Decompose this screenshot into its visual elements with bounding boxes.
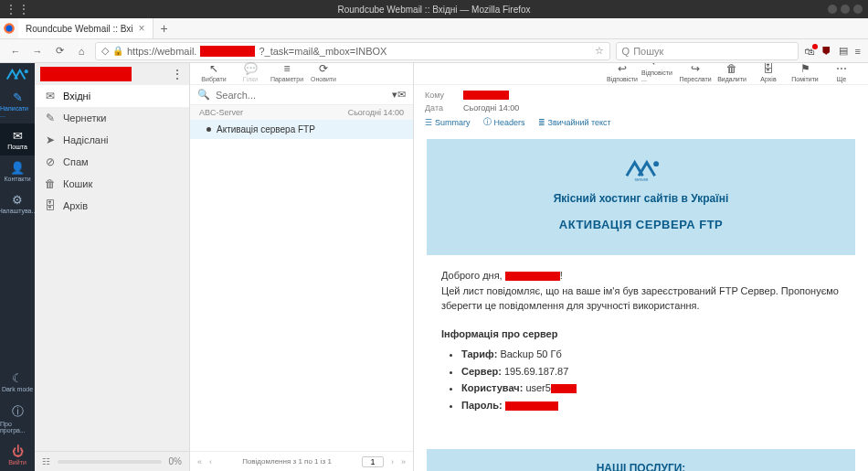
- forward-icon[interactable]: →: [29, 46, 46, 57]
- trash-icon: 🗑: [44, 177, 57, 190]
- close-icon[interactable]: ×: [139, 22, 145, 35]
- date-label: Дата: [425, 103, 452, 112]
- new-tab-button[interactable]: +: [153, 18, 175, 38]
- page-input[interactable]: [362, 456, 384, 467]
- folder-spam[interactable]: ⊘Спам: [35, 151, 189, 173]
- refresh-button[interactable]: ⟳Оновити: [307, 62, 340, 82]
- info-heading: Інформація про сервер: [441, 326, 841, 342]
- sliders-icon: ≡: [283, 62, 290, 75]
- url-suffix: ?_task=mail&_mbox=INBOX: [259, 46, 386, 57]
- window-controls[interactable]: [828, 5, 863, 14]
- message-item[interactable]: Активація сервера FTP: [190, 120, 413, 139]
- info-icon: ⓘ: [12, 403, 24, 420]
- sent-icon: ➤: [44, 134, 57, 146]
- cursor-icon: ↖: [209, 62, 218, 75]
- delete-button[interactable]: 🗑Видалити: [715, 63, 749, 82]
- svg-point-2: [25, 70, 28, 73]
- reply-icon: ↩: [618, 63, 627, 75]
- last-page-button[interactable]: »: [401, 457, 406, 466]
- info-server: Сервер: 195.69.187.87: [461, 364, 841, 380]
- shield-icon: ◇: [101, 45, 109, 57]
- next-page-button[interactable]: ›: [391, 457, 394, 466]
- folder-trash[interactable]: 🗑Кошик: [35, 173, 189, 195]
- options-button[interactable]: ≡Параметри: [270, 62, 303, 82]
- nav-about[interactable]: ⓘПро програ...: [0, 398, 35, 439]
- flag-icon: ⚑: [800, 63, 810, 75]
- archive-icon: 🗄: [763, 63, 774, 75]
- tab-title: Roundcube Webmail :: Вхі: [26, 24, 133, 34]
- summary-link[interactable]: ☰ Summary: [425, 116, 471, 128]
- extensions-icon[interactable]: ▤: [839, 45, 848, 57]
- date-value: Сьогодні 14:00: [463, 103, 519, 112]
- url-field[interactable]: ◇ 🔒 https://webmail. ?_task=mail&_mbox=I…: [95, 42, 610, 60]
- to-label: Кому: [425, 91, 452, 100]
- nav-logout[interactable]: ⏻Вийти: [0, 439, 35, 471]
- search-input[interactable]: [216, 90, 386, 101]
- thread-header[interactable]: ABC-Server Сьогодні 14:00: [190, 105, 413, 120]
- folder-inbox[interactable]: ✉Вхідні: [35, 85, 189, 107]
- filter-icon[interactable]: ▾✉: [392, 89, 406, 101]
- nav-mail[interactable]: ✉Пошта: [0, 123, 35, 155]
- mark-button[interactable]: ⚑Помітити: [788, 63, 822, 82]
- app-menu-icon[interactable]: ⋮⋮: [5, 3, 31, 16]
- pager-text: Повідомлення з 1 по 1 із 1: [219, 457, 355, 466]
- inbox-icon: ✉: [44, 90, 57, 102]
- services-banner: НАШІ ПОСЛУГИ: МИ УКРАЇНСЬКИЙ ХОСТИНГ-ПРО…: [427, 449, 855, 471]
- lock-icon: 🔒: [112, 46, 123, 56]
- account-menu-icon[interactable]: ⋮: [171, 67, 184, 81]
- ublock-icon[interactable]: ⛊: [821, 46, 831, 57]
- list-search[interactable]: 🔍 ▾✉: [190, 85, 413, 105]
- threads-button[interactable]: 💬Гілки: [234, 62, 267, 82]
- message-meta: Кому ДатаСьогодні 14:00 ☰ Summary ⓘ Head…: [414, 85, 868, 132]
- folder-pane: ⋮ ✉Вхідні ✎Чернетки ➤Надіслані ⊘Спам 🗑Ко…: [35, 63, 190, 471]
- bookmark-icon[interactable]: ☆: [595, 45, 604, 57]
- more-icon: ⋯: [836, 63, 847, 75]
- banner-title: АКТИВАЦІЯ СЕРВЕРА FTP: [438, 218, 844, 231]
- prev-page-button[interactable]: ‹: [209, 457, 212, 466]
- folder-drafts[interactable]: ✎Чернетки: [35, 107, 189, 129]
- nav-contacts[interactable]: 👤Контакти: [0, 155, 35, 187]
- preview-pane: ↩Відповісти ↩⁺Відповісти ... ↪Переслати …: [414, 63, 868, 471]
- home-icon[interactable]: ⌂: [73, 46, 90, 57]
- archive-button[interactable]: 🗄Архів: [751, 63, 786, 82]
- browser-tab[interactable]: Roundcube Webmail :: Вхі ×: [18, 18, 153, 38]
- reload-icon[interactable]: ⟳: [51, 45, 68, 57]
- nav-darkmode[interactable]: ☾Dark mode: [0, 366, 35, 398]
- folder-archive[interactable]: 🗄Архів: [35, 195, 189, 217]
- quota-bar: ☷ 0%: [35, 451, 189, 471]
- refresh-icon: ⟳: [319, 62, 328, 75]
- redacted-account: [40, 67, 132, 81]
- banner-logo: SERVER: [438, 155, 844, 187]
- power-icon: ⏻: [12, 444, 24, 458]
- search-icon: 🔍: [197, 89, 210, 101]
- reply-button[interactable]: ↩Відповісти: [605, 63, 640, 82]
- contacts-icon: 👤: [10, 161, 25, 175]
- forward-button[interactable]: ↪Переслати: [678, 63, 713, 82]
- email-paragraph: Цей лист повідомляє, що на ваше ім'я був…: [441, 284, 841, 314]
- hamburger-icon[interactable]: ≡: [855, 46, 861, 57]
- archive-icon: 🗄: [44, 199, 57, 212]
- app-leftnav: ✎Написати ... ✉Пошта 👤Контакти ⚙Налаштув…: [0, 63, 35, 471]
- search-placeholder: Пошук: [633, 46, 663, 57]
- replyall-button[interactable]: ↩⁺Відповісти ...: [641, 63, 676, 82]
- nav-settings[interactable]: ⚙Налаштува...: [0, 187, 35, 219]
- select-button[interactable]: ↖Вибрати: [197, 62, 230, 82]
- firefox-icon: [0, 18, 18, 38]
- thread-time: Сьогодні 14:00: [348, 108, 404, 117]
- first-page-button[interactable]: «: [197, 457, 202, 466]
- back-icon[interactable]: ←: [7, 46, 24, 57]
- browser-search[interactable]: Q Пошук: [616, 42, 799, 60]
- svg-point-3: [653, 161, 659, 166]
- folder-sent[interactable]: ➤Надіслані: [35, 129, 189, 151]
- drafts-icon: ✎: [44, 112, 57, 124]
- more-button[interactable]: ⋯Ще: [824, 63, 859, 82]
- headers-link[interactable]: ⓘ Headers: [483, 116, 525, 128]
- nav-compose[interactable]: ✎Написати ...: [0, 85, 35, 123]
- services-heading: НАШІ ПОСЛУГИ:: [436, 462, 846, 471]
- cart-icon[interactable]: 🛍: [804, 46, 814, 57]
- plain-link[interactable]: ≣ Звичайний текст: [538, 116, 611, 128]
- redacted-name: [505, 272, 560, 281]
- greeting: Доброго дня,: [441, 270, 505, 281]
- info-tariff: Тариф: Backup 50 Гб: [461, 347, 841, 362]
- info-user: Користувач: user5: [461, 380, 841, 396]
